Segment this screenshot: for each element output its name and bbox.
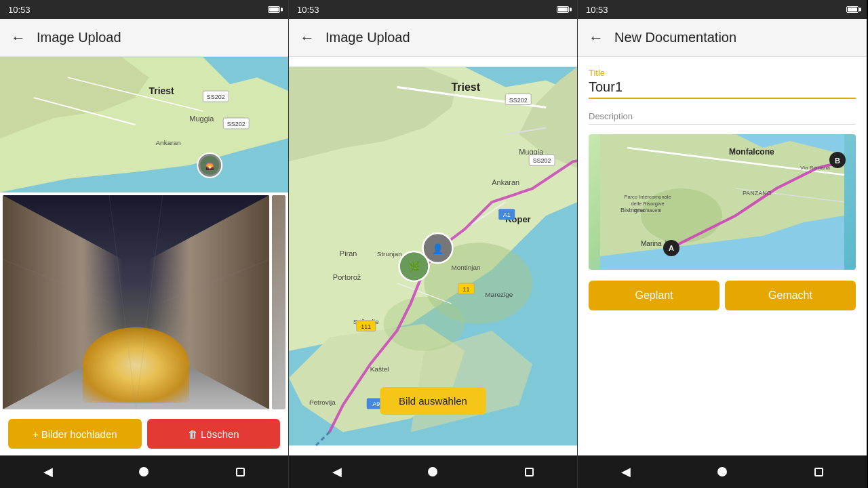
doc-action-buttons: Geplant Gemacht — [589, 281, 856, 319]
home-nav-icon-2 — [428, 467, 437, 476]
square-nav-icon-2 — [525, 468, 534, 476]
nav-home-1[interactable] — [133, 461, 155, 483]
back-button-1[interactable]: ← — [11, 29, 26, 47]
svg-text:Petrovija: Petrovija — [309, 399, 336, 406]
status-icons-3 — [846, 6, 859, 13]
action-buttons-1: + Bilder hochladen 🗑 Löschen — [0, 412, 288, 455]
nav-back-2[interactable]: ◀ — [326, 461, 348, 483]
svg-text:Via Romana: Via Romana — [800, 165, 830, 171]
svg-text:Montinjan: Montinjan — [451, 264, 480, 271]
upload-button[interactable]: + Bilder hochladen — [8, 419, 142, 449]
svg-text:Triest: Triest — [149, 85, 174, 96]
back-button-3[interactable]: ← — [589, 29, 604, 47]
svg-text:A1: A1 — [503, 211, 511, 218]
svg-text:Marezige: Marezige — [485, 291, 513, 298]
back-nav-icon-1: ◀ — [43, 464, 53, 479]
geplant-button[interactable]: Geplant — [589, 281, 719, 310]
title-field-value[interactable]: Tour1 — [589, 79, 856, 99]
doc-content: Title Tour1 Description Monfalcone Ma — [578, 57, 867, 455]
nav-back-3[interactable]: ◀ — [615, 461, 637, 483]
svg-text:Ankaran: Ankaran — [492, 178, 519, 186]
desc-field-line — [589, 124, 856, 125]
svg-text:11: 11 — [462, 286, 469, 293]
app-bar-3: ← New Documentation — [578, 19, 867, 57]
home-nav-icon-3 — [717, 467, 727, 476]
battery-icon-3 — [846, 6, 859, 13]
back-nav-icon-3: ◀ — [621, 464, 631, 479]
status-bar-1: 10:53 — [0, 0, 288, 19]
svg-text:PANZANO: PANZANO — [743, 190, 772, 197]
panel-3: 10:53 ← New Documentation Title Tour1 De… — [578, 0, 867, 488]
svg-text:Piran: Piran — [340, 249, 357, 258]
tunnel-image — [3, 195, 269, 409]
panel-1: 10:53 ← Image Upload Triest Muggia Ankar… — [0, 0, 289, 488]
app-bar-1: ← Image Upload — [0, 19, 288, 57]
nav-square-3[interactable] — [808, 461, 829, 483]
status-time-1: 10:53 — [8, 5, 31, 15]
svg-text:👤: 👤 — [432, 243, 444, 255]
panel-2: 10:53 ← Image Upload — [289, 0, 578, 488]
svg-line-15 — [109, 195, 136, 409]
bottom-nav-3: ◀ — [578, 455, 867, 488]
nav-back-1[interactable]: ◀ — [37, 461, 59, 483]
svg-text:B: B — [835, 157, 840, 165]
svg-text:A: A — [669, 244, 674, 252]
square-nav-icon-1 — [236, 468, 245, 476]
screen-title-3: New Documentation — [614, 30, 736, 45]
svg-text:A9: A9 — [372, 401, 380, 407]
app-bar-2: ← Image Upload — [289, 19, 577, 57]
svg-text:Monfalcone: Monfalcone — [729, 147, 774, 157]
screen-title-2: Image Upload — [326, 30, 410, 45]
svg-line-17 — [3, 260, 109, 302]
desc-field-label: Description — [589, 111, 856, 121]
svg-text:SS202: SS202 — [207, 94, 225, 100]
battery-icon-1 — [268, 6, 280, 13]
svg-text:SS202: SS202 — [227, 121, 245, 127]
title-field-label: Title — [589, 68, 856, 78]
svg-text:Portorož: Portorož — [333, 273, 361, 281]
back-button-2[interactable]: ← — [300, 29, 315, 47]
bottom-nav-2: ◀ — [289, 455, 577, 488]
svg-line-16 — [136, 195, 163, 409]
route-map-preview: Monfalcone Marina Julia Via Romana Parco… — [589, 134, 856, 270]
status-time-2: 10:53 — [297, 5, 319, 15]
svg-point-26 — [384, 297, 465, 351]
screen-title-1: Image Upload — [37, 30, 121, 45]
status-icons-2 — [557, 6, 569, 13]
status-bar-3: 10:53 — [578, 0, 867, 19]
map-preview-1: Triest Muggia Ankaran SS202 SS202 🌄 — [0, 57, 288, 192]
svg-text:Parco Intercomunale: Parco Intercomunale — [624, 194, 671, 200]
small-image — [272, 195, 285, 409]
status-icons-1 — [268, 6, 280, 13]
battery-icon-2 — [557, 6, 569, 13]
delete-button[interactable]: 🗑 Löschen — [147, 419, 281, 449]
select-image-btn-container: Bild auswählen — [380, 387, 486, 415]
svg-text:Ankaran: Ankaran — [155, 139, 180, 146]
svg-text:🌿: 🌿 — [408, 261, 420, 272]
svg-line-18 — [163, 260, 269, 302]
svg-text:SS202: SS202 — [533, 157, 551, 164]
image-area — [0, 192, 288, 412]
nav-home-2[interactable] — [422, 461, 443, 483]
square-nav-icon-3 — [814, 468, 823, 476]
svg-text:🌄: 🌄 — [205, 162, 214, 171]
svg-text:Strunjan: Strunjan — [377, 250, 402, 258]
status-bar-2: 10:53 — [289, 0, 577, 19]
nav-square-1[interactable] — [229, 461, 251, 483]
svg-text:111: 111 — [361, 323, 371, 330]
home-nav-icon-1 — [139, 467, 149, 476]
map-full[interactable]: Triest Muggia Ankaran Koper Piran Portor… — [289, 57, 577, 455]
back-nav-icon-2: ◀ — [332, 464, 342, 479]
gemacht-button[interactable]: Gemacht — [725, 281, 856, 310]
svg-text:Triest: Triest — [451, 81, 480, 93]
svg-text:Kaštel: Kaštel — [370, 365, 389, 373]
map-svg-1: Triest Muggia Ankaran SS202 SS202 🌄 — [0, 57, 288, 192]
select-image-button[interactable]: Bild auswählen — [380, 387, 486, 415]
svg-text:SS202: SS202 — [509, 97, 528, 104]
bottom-nav-1: ◀ — [0, 455, 288, 488]
svg-text:delle Risorgive: delle Risorgive — [631, 201, 664, 207]
nav-home-3[interactable] — [711, 461, 733, 483]
nav-square-2[interactable] — [518, 461, 540, 483]
route-map-svg: Monfalcone Marina Julia Via Romana Parco… — [589, 134, 856, 270]
status-time-3: 10:53 — [586, 5, 608, 15]
